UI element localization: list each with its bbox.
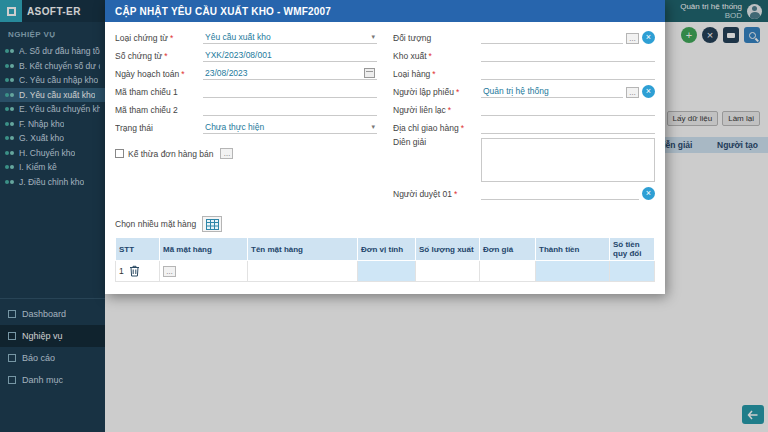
field-label: Người duyệt 01* xyxy=(393,190,481,200)
required-marker: * xyxy=(170,34,173,43)
form-right-column: Đối tượng … × Kho xuất* Loại hàng* Người… xyxy=(393,30,655,204)
item-name-cell[interactable] xyxy=(248,261,358,282)
export-warehouse-input[interactable] xyxy=(481,49,655,62)
field-label: Kho xuất* xyxy=(393,52,481,62)
delete-row-button[interactable] xyxy=(129,265,140,277)
clear-icon: × xyxy=(646,189,651,198)
inherit-sales-order-row: Kế thừa đơn hàng bán … xyxy=(115,148,377,159)
contact-person-input[interactable] xyxy=(481,103,655,116)
items-section-label: Chọn nhiều mặt hàng xyxy=(115,219,196,229)
field-label: Trạng thái xyxy=(115,124,203,134)
ref-code-1-input[interactable] xyxy=(203,85,377,98)
posting-date-input[interactable]: 23/08/2023 xyxy=(203,67,377,80)
field-label: Mã tham chiếu 2 xyxy=(115,106,203,116)
column-header-item-code[interactable]: Mã mặt hàng xyxy=(160,238,248,261)
field-label: Người liên lạc* xyxy=(393,106,481,116)
approver-clear-button[interactable]: × xyxy=(642,187,655,200)
column-header-quantity[interactable]: Số lượng xuất xyxy=(416,238,480,261)
field-label: Mã tham chiếu 1 xyxy=(115,88,203,98)
approver-input[interactable] xyxy=(481,187,639,200)
select-multiple-items-button[interactable] xyxy=(202,216,222,232)
amount-cell xyxy=(536,261,610,282)
delivery-address-input[interactable] xyxy=(481,121,655,134)
converted-amount-cell xyxy=(610,261,655,282)
partner-input[interactable] xyxy=(481,31,623,44)
grid-icon xyxy=(206,219,219,230)
clear-icon: × xyxy=(646,33,651,42)
item-type-input[interactable] xyxy=(481,67,655,80)
field-label: Người lập phiếu* xyxy=(393,88,481,98)
creator-lookup-button[interactable]: … xyxy=(626,87,639,98)
item-lookup-button[interactable]: … xyxy=(163,266,176,277)
column-header-converted-amount[interactable]: Số tiền quy đổi xyxy=(610,238,655,261)
field-label: Số chứng từ* xyxy=(115,52,203,62)
field-label: Địa chỉ giao hàng* xyxy=(393,124,481,134)
modal-body: Loại chứng từ* Yêu cầu xuất kho▾ Số chứn… xyxy=(105,22,665,294)
required-marker: * xyxy=(181,70,184,79)
modal-form: Loại chứng từ* Yêu cầu xuất kho▾ Số chứn… xyxy=(115,30,655,204)
required-marker: * xyxy=(432,70,435,79)
ref-code-2-input[interactable] xyxy=(203,103,377,116)
field-label: Ngày hoạch toán* xyxy=(115,70,203,80)
description-textarea[interactable] xyxy=(481,138,655,182)
item-code-cell[interactable]: … xyxy=(160,261,248,282)
calendar-icon[interactable] xyxy=(364,68,375,78)
column-header-unit[interactable]: Đơn vị tính xyxy=(358,238,416,261)
partner-lookup-button[interactable]: … xyxy=(626,33,639,44)
required-marker: * xyxy=(164,52,167,61)
column-header-amount[interactable]: Thành tiền xyxy=(536,238,610,261)
required-marker: * xyxy=(461,124,464,133)
table-row: 1 … xyxy=(116,261,655,282)
form-left-column: Loại chứng từ* Yêu cầu xuất kho▾ Số chứn… xyxy=(115,30,377,204)
required-marker: * xyxy=(456,88,459,97)
required-marker: * xyxy=(429,52,432,61)
row-number: 1 xyxy=(119,266,124,276)
quantity-cell[interactable] xyxy=(416,261,480,282)
column-header-item-name[interactable]: Tên mặt hàng xyxy=(248,238,358,261)
trash-icon xyxy=(129,265,140,277)
items-table: STT Mã mặt hàng Tên mặt hàng Đơn vị tính… xyxy=(115,237,655,282)
creator-input[interactable]: Quản trị hệ thống xyxy=(481,85,623,98)
unit-price-cell[interactable] xyxy=(480,261,536,282)
clear-icon: × xyxy=(646,87,651,96)
field-label: Diễn giải xyxy=(393,138,481,148)
creator-clear-button[interactable]: × xyxy=(642,85,655,98)
partner-clear-button[interactable]: × xyxy=(642,31,655,44)
field-label: Loại hàng* xyxy=(393,70,481,80)
column-header-unit-price[interactable]: Đơn giá xyxy=(480,238,536,261)
required-marker: * xyxy=(448,106,451,115)
items-section-header: Chọn nhiều mặt hàng xyxy=(115,216,655,232)
status-select[interactable]: Chưa thực hiện▾ xyxy=(203,121,377,134)
items-table-header-row: STT Mã mặt hàng Tên mặt hàng Đơn vị tính… xyxy=(116,238,655,261)
checkbox-label: Kế thừa đơn hàng bán xyxy=(128,149,213,159)
inherit-sales-order-checkbox[interactable] xyxy=(115,149,124,158)
document-number-input[interactable]: YXK/2023/08/001 xyxy=(203,49,377,62)
field-label: Loại chứng từ* xyxy=(115,34,203,44)
chevron-down-icon: ▾ xyxy=(371,33,375,41)
unit-cell xyxy=(358,261,416,282)
chevron-down-icon: ▾ xyxy=(371,123,375,131)
required-marker: * xyxy=(454,190,457,199)
modal-title: CẬP NHẬT YÊU CẦU XUẤT KHO - WMF2007 xyxy=(105,0,665,22)
stt-cell: 1 xyxy=(116,261,160,282)
field-label: Đối tượng xyxy=(393,34,481,44)
sales-order-lookup-button[interactable]: … xyxy=(220,148,233,159)
column-header-stt[interactable]: STT xyxy=(116,238,160,261)
document-type-select[interactable]: Yêu cầu xuất kho▾ xyxy=(203,31,377,44)
update-export-request-modal: CẬP NHẬT YÊU CẦU XUẤT KHO - WMF2007 Loại… xyxy=(105,0,665,294)
